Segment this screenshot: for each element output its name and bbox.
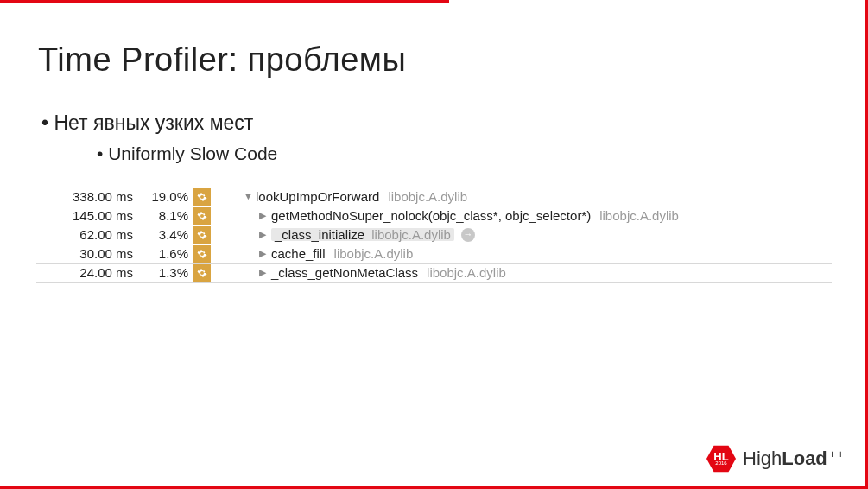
logo-brand: HighLoad++ bbox=[743, 448, 846, 470]
conference-logo: HL 2016 HighLoad++ bbox=[706, 444, 846, 473]
logo-brand-bold: Load bbox=[782, 448, 827, 469]
logo-brand-thin: High bbox=[743, 448, 782, 469]
logo-year: 2016 bbox=[715, 461, 726, 466]
slide-border bbox=[0, 0, 868, 489]
logo-plusplus: ++ bbox=[829, 448, 846, 460]
logo-hexagon: HL 2016 bbox=[706, 444, 736, 473]
